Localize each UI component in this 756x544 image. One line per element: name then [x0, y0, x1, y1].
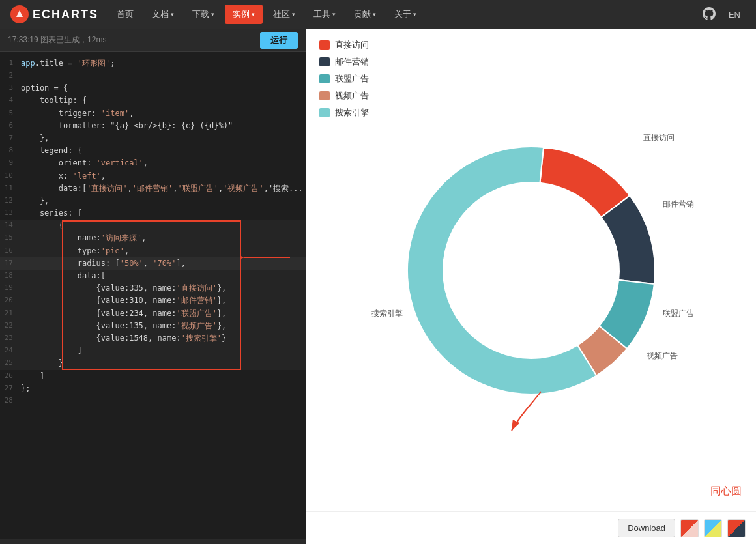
nav-language[interactable]: EN	[723, 6, 746, 23]
line-number: 22	[0, 320, 21, 332]
theme-swatch-2[interactable]	[704, 519, 722, 537]
chart-panel: 直接访问 邮件营销 联盟广告 视频广告 搜索引擎	[306, 29, 756, 544]
code-line-24: 24 ]	[0, 345, 306, 357]
line-text: data:['直接访问','邮件营销','联盟广告','视频广告','搜索...	[21, 182, 303, 195]
logo-icon	[10, 5, 29, 23]
line-text: {value:310, name:'邮件营销'},	[21, 294, 226, 307]
code-line-18: 18 data:[	[0, 270, 306, 282]
nav-community-arrow: ▾	[292, 11, 295, 18]
nav-home[interactable]: 首页	[109, 5, 141, 24]
line-number: 9	[0, 157, 21, 169]
code-line-10: 10 x: 'left',	[0, 170, 306, 182]
nav-home-label: 首页	[117, 8, 134, 20]
line-text: {value:1548, name:'搜索引擎'}	[21, 332, 226, 345]
nav-download-label: 下载	[192, 8, 209, 20]
line-text: {value:234, name:'联盟广告'},	[21, 308, 226, 320]
line-number: 7	[0, 132, 21, 145]
nav-examples-label: 实例	[233, 8, 250, 20]
code-editor[interactable]: 1app.title = '环形图';23option = {4 tooltip…	[0, 52, 306, 412]
line-number: 25	[0, 357, 21, 369]
code-line-12: 12 },	[0, 195, 306, 207]
line-number: 17	[0, 257, 21, 270]
code-line-8: 8 legend: {	[0, 145, 306, 157]
theme-swatch-3[interactable]	[727, 519, 746, 537]
theme-swatch-1[interactable]	[680, 519, 699, 537]
line-number: 16	[0, 245, 21, 257]
line-text: name:'访问来源',	[21, 232, 147, 244]
code-line-19: 19 {value:335, name:'直接访问'},	[0, 282, 306, 294]
main-content: 17:33:19 图表已生成，12ms 运行 1app.title = '环形图…	[0, 29, 756, 544]
line-number: 20	[0, 294, 21, 307]
chart-label-alliance: 联盟广告	[663, 308, 694, 319]
line-number: 18	[0, 270, 21, 282]
code-line-22: 22 {value:135, name:'视频广告'},	[0, 320, 306, 332]
chart-label-search: 搜索引擎	[371, 308, 403, 319]
line-text: {value:135, name:'视频广告'},	[21, 320, 226, 332]
logo-text: ECHARTS	[33, 8, 98, 21]
nav-community-label: 社区	[273, 8, 290, 20]
code-area-wrapper: 1app.title = '环形图';23option = {4 tooltip…	[0, 52, 306, 539]
nav-examples[interactable]: 实例 ▾	[225, 5, 263, 24]
chart-arrow	[505, 385, 551, 440]
code-line-11: 11 data:['直接访问','邮件营销','联盟广告','视频广告','搜索…	[0, 182, 306, 195]
nav-github[interactable]	[697, 3, 721, 26]
line-number: 3	[0, 82, 21, 94]
chart-label-email: 邮件营销	[663, 199, 694, 210]
code-line-9: 9 orient: 'vertical',	[0, 157, 306, 169]
code-line-27: 27};	[0, 382, 306, 395]
nav-about[interactable]: 关于 ▾	[386, 5, 424, 24]
line-number: 5	[0, 107, 21, 120]
code-toolbar: 17:33:19 图表已生成，12ms 运行	[0, 29, 306, 52]
line-number: 26	[0, 370, 21, 382]
line-number: 12	[0, 195, 21, 207]
line-text: option = {	[21, 82, 68, 94]
line-text: }	[21, 357, 63, 369]
nav-download[interactable]: 下载 ▾	[184, 5, 222, 24]
line-number: 23	[0, 332, 21, 345]
logo[interactable]: ECHARTS	[10, 5, 98, 23]
line-text: series: [	[21, 207, 82, 220]
code-line-25: 25 }	[0, 357, 306, 369]
nav-contribute[interactable]: 贡献 ▾	[346, 5, 384, 24]
nav-download-arrow: ▾	[211, 11, 214, 18]
donut-chart: 直接访问 邮件营销 联盟广告 视频广告 搜索引擎	[375, 114, 688, 427]
line-number: 6	[0, 120, 21, 132]
code-line-15: 15 name:'访问来源',	[0, 232, 306, 244]
nav-docs[interactable]: 文档 ▾	[144, 5, 182, 24]
nav-examples-arrow: ▾	[252, 11, 255, 18]
line-number: 10	[0, 170, 21, 182]
nav-about-label: 关于	[394, 8, 411, 20]
line-text: {value:335, name:'直接访问'},	[21, 282, 226, 294]
line-number: 21	[0, 308, 21, 320]
line-text: orient: 'vertical',	[21, 157, 148, 169]
code-scrollbar[interactable]	[0, 539, 306, 544]
line-number: 14	[0, 220, 21, 232]
code-panel: 17:33:19 图表已生成，12ms 运行 1app.title = '环形图…	[0, 29, 306, 544]
download-button[interactable]: Download	[618, 519, 675, 537]
line-text: trigger: 'item',	[21, 107, 134, 120]
line-text: },	[21, 132, 49, 145]
code-line-23: 23 {value:1548, name:'搜索引擎'}	[0, 332, 306, 345]
line-text: };	[21, 382, 30, 395]
run-button[interactable]: 运行	[260, 32, 298, 49]
line-number: 2	[0, 70, 21, 82]
line-number: 19	[0, 282, 21, 294]
code-line-6: 6 formatter: "{a} <br/>{b}: {c} ({d}%)"	[0, 120, 306, 132]
nav-community[interactable]: 社区 ▾	[265, 5, 303, 24]
nav-tools[interactable]: 工具 ▾	[306, 5, 343, 24]
line-number: 24	[0, 345, 21, 357]
line-number: 8	[0, 145, 21, 157]
nav-docs-label: 文档	[152, 8, 169, 20]
line-text: formatter: "{a} <br/>{b}: {c} ({d}%)"	[21, 120, 233, 132]
nav-contribute-arrow: ▾	[373, 11, 376, 18]
line-number: 27	[0, 382, 21, 395]
line-number: 13	[0, 207, 21, 220]
line-number: 11	[0, 182, 21, 195]
line-text: app.title = '环形图';	[21, 57, 115, 70]
line-number: 15	[0, 232, 21, 244]
code-line-7: 7 },	[0, 132, 306, 145]
line-text: data:[	[21, 270, 106, 282]
chart-footer: Download	[306, 511, 756, 544]
line-number: 1	[0, 57, 21, 70]
chart-label-video: 视频广告	[647, 351, 678, 362]
